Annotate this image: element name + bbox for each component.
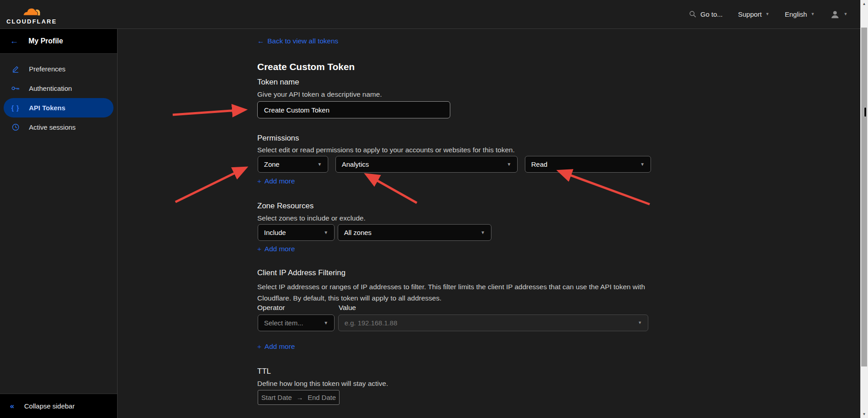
permissions-add-more-link[interactable]: + Add more xyxy=(257,177,295,185)
zone-resources-add-more-link[interactable]: + Add more xyxy=(257,245,295,253)
goto-search[interactable]: Go to... xyxy=(689,10,722,18)
sidebar-nav: Preferences Authentication { } API Token… xyxy=(0,54,117,137)
collapse-sidebar-button[interactable]: « Collapse sidebar xyxy=(0,394,117,418)
top-navigation-bar: CLOUDFLARE Go to... Support ▼ English ▼ … xyxy=(0,0,860,29)
zone-mode-value: Include xyxy=(264,229,286,236)
account-menu[interactable]: ▼ xyxy=(830,9,848,19)
chevron-down-icon: ▼ xyxy=(811,12,815,16)
permission-scope-select[interactable]: Zone ▼ xyxy=(258,156,328,173)
scrollbar-down-arrow[interactable]: ▼ xyxy=(860,410,868,418)
ttl-label: TTL xyxy=(257,367,271,376)
add-more-label: Add more xyxy=(264,245,295,253)
annotation-arrow-token-name xyxy=(173,110,244,115)
sidebar-title: My Profile xyxy=(28,37,63,45)
sidebar-item-active-sessions[interactable]: Active sessions xyxy=(4,117,113,137)
annotation-arrow-read xyxy=(560,171,650,204)
operator-label: Operator xyxy=(257,304,285,312)
ip-filtering-add-more-link[interactable]: + Add more xyxy=(257,343,295,351)
zone-resources-description: Select zones to include or exclude. xyxy=(257,214,366,222)
back-arrow-icon: ← xyxy=(257,37,264,45)
mouse-cursor xyxy=(864,107,867,117)
support-menu[interactable]: Support ▼ xyxy=(738,10,769,18)
annotation-arrow-analytics xyxy=(367,175,417,203)
cloudflare-logo-word: CLOUDFLARE xyxy=(6,18,57,25)
braces-icon: { } xyxy=(11,104,20,112)
vertical-scrollbar[interactable]: ▲ ▼ xyxy=(860,0,868,418)
ip-value-input[interactable] xyxy=(344,319,616,327)
end-date-label: End Date xyxy=(307,394,336,401)
cloudflare-logo[interactable]: CLOUDFLARE xyxy=(7,4,56,25)
sidebar-item-api-tokens[interactable]: { } API Tokens xyxy=(4,98,113,117)
chevron-down-icon: ▼ xyxy=(324,230,328,235)
zones-value: All zones xyxy=(344,229,372,236)
scrollbar-thumb[interactable] xyxy=(861,28,867,366)
language-label: English xyxy=(785,10,807,18)
permission-access-value: Read xyxy=(531,160,547,168)
operator-select[interactable]: Select item... ▼ xyxy=(258,315,335,331)
start-date-label: Start Date xyxy=(261,394,292,401)
page-title: Create Custom Token xyxy=(257,61,355,72)
chevron-down-icon: ▼ xyxy=(481,230,485,235)
zones-select[interactable]: All zones ▼ xyxy=(338,224,491,241)
key-icon xyxy=(11,85,20,92)
permission-scope-value: Zone xyxy=(264,160,279,168)
sidebar-item-authentication[interactable]: Authentication xyxy=(4,79,113,98)
cloudflare-cloud-icon xyxy=(22,4,42,18)
goto-label: Go to... xyxy=(700,10,722,18)
user-icon xyxy=(830,9,840,19)
add-more-label: Add more xyxy=(264,177,295,185)
ttl-description: Define how long this token will stay act… xyxy=(257,380,388,388)
permissions-description: Select edit or read permissions to apply… xyxy=(257,146,514,154)
scrollbar-up-arrow[interactable]: ▲ xyxy=(860,0,868,8)
topnav-links: Go to... Support ▼ English ▼ ▼ xyxy=(689,9,848,19)
chevron-down-icon: ▼ xyxy=(317,162,322,167)
pencil-icon xyxy=(11,65,20,73)
operator-placeholder: Select item... xyxy=(264,319,303,327)
permission-resource-value: Analytics xyxy=(342,160,369,168)
sidebar-item-label: Authentication xyxy=(29,85,72,92)
chevron-down-icon: ▼ xyxy=(507,162,511,167)
sidebar-item-label: Active sessions xyxy=(29,123,75,131)
plus-icon: + xyxy=(257,343,261,351)
permissions-label: Permissions xyxy=(257,134,299,143)
permission-access-select[interactable]: Read ▼ xyxy=(525,156,651,173)
value-label: Value xyxy=(339,304,356,312)
sidebar-item-preferences[interactable]: Preferences xyxy=(4,59,113,79)
sidebar-header: ← My Profile xyxy=(0,29,117,54)
search-icon xyxy=(689,10,697,18)
permission-resource-select[interactable]: Analytics ▼ xyxy=(335,156,518,173)
sidebar-item-label: API Tokens xyxy=(29,104,66,112)
back-link-label: Back to view all tokens xyxy=(268,37,339,45)
back-to-tokens-link[interactable]: ← Back to view all tokens xyxy=(257,37,338,45)
token-name-label: Token name xyxy=(257,78,299,87)
annotation-arrows xyxy=(0,0,868,418)
sidebar-item-label: Preferences xyxy=(29,65,66,73)
chevron-down-icon: ▼ xyxy=(844,12,848,16)
token-name-input[interactable] xyxy=(257,101,450,118)
token-name-description: Give your API token a descriptive name. xyxy=(257,90,382,99)
chevron-down-icon: ▼ xyxy=(640,162,645,167)
plus-icon: + xyxy=(257,177,261,185)
clock-icon xyxy=(11,123,20,131)
annotation-arrow-zone xyxy=(175,168,245,202)
chevron-down-icon: ▼ xyxy=(638,321,642,325)
chevron-down-icon: ▼ xyxy=(765,12,769,16)
language-menu[interactable]: English ▼ xyxy=(785,10,815,18)
range-arrow-icon: → xyxy=(296,394,303,401)
zone-mode-select[interactable]: Include ▼ xyxy=(258,224,335,241)
plus-icon: + xyxy=(257,245,261,253)
ip-filtering-label: Client IP Address Filtering xyxy=(257,268,345,277)
back-arrow-icon[interactable]: ← xyxy=(10,36,19,46)
ip-value-combobox[interactable]: ▼ xyxy=(338,315,648,331)
ttl-date-range-picker[interactable]: Start Date → End Date xyxy=(258,390,340,405)
ip-filtering-description: Select IP addresses or ranges of IP addr… xyxy=(257,281,651,304)
add-more-label: Add more xyxy=(264,343,295,351)
support-label: Support xyxy=(738,10,762,18)
chevron-down-icon: ▼ xyxy=(324,321,328,325)
collapse-chevrons-icon: « xyxy=(10,402,14,411)
collapse-sidebar-label: Collapse sidebar xyxy=(24,402,75,410)
sidebar: ← My Profile Preferences Authenti xyxy=(0,29,118,418)
zone-resources-label: Zone Resources xyxy=(257,202,314,211)
